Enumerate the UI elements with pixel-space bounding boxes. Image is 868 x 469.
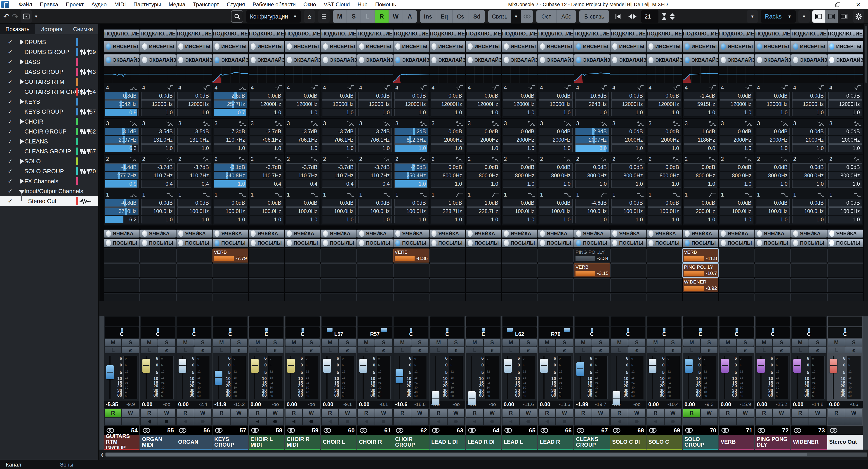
solo-button[interactable]: S: [447, 339, 464, 346]
pan-control[interactable]: C: [466, 327, 500, 338]
write-automation-button[interactable]: W: [809, 409, 826, 417]
menu-item[interactable]: Транспорт: [189, 0, 223, 9]
pan-control[interactable]: C: [285, 327, 320, 338]
pan-control[interactable]: L62: [502, 327, 537, 338]
send-slot-3[interactable]: [719, 278, 754, 292]
record-arm-button[interactable]: [701, 418, 717, 425]
sends-header[interactable]: ПОСЫЛЫ: [213, 239, 248, 247]
eq-freq-cell[interactable]: 2097Hz: [575, 136, 609, 144]
eq-q-cell[interactable]: 1.0: [756, 180, 789, 188]
channel-name[interactable]: LEAD R DI: [466, 435, 501, 449]
send-slot-3[interactable]: [827, 278, 863, 292]
read-automation-button[interactable]: R: [430, 409, 447, 417]
solo-button[interactable]: S: [592, 339, 609, 346]
eq-header[interactable]: ЭКВАЛАЙЗЕР: [610, 54, 646, 66]
write-automation-button[interactable]: W: [701, 409, 717, 417]
eq-freq-cell[interactable]: 12000Hz: [720, 100, 753, 108]
solo-button[interactable]: S: [411, 339, 428, 346]
eq-freq-cell[interactable]: 800.0Hz: [575, 172, 609, 179]
send-slot-4[interactable]: [393, 293, 429, 301]
eq-gain-cell[interactable]: 0.0dB: [503, 163, 536, 171]
eq-curve-display[interactable]: [827, 66, 863, 83]
send-slot-3[interactable]: [574, 278, 610, 292]
eq-band-type-icon[interactable]: [673, 85, 680, 91]
fader-knob[interactable]: [215, 371, 222, 385]
eq-band-type-icon[interactable]: [709, 121, 716, 126]
sidebar-item-choir-group[interactable]: ✓CHOIR GROUP62: [0, 127, 98, 136]
routing-display[interactable]: [141, 316, 175, 327]
cell-led-icon[interactable]: [685, 230, 690, 237]
inserts-header[interactable]: ИНСЕРТЫ: [357, 41, 393, 53]
listen-button[interactable]: L: [756, 346, 772, 353]
send-slot-3[interactable]: [357, 278, 393, 292]
eq-gain-cell[interactable]: -3.5dB: [141, 128, 175, 135]
eq-band-type-icon[interactable]: [275, 156, 282, 162]
mute-button[interactable]: M: [285, 339, 302, 346]
eq-freq-cell[interactable]: 800.0Hz: [467, 172, 500, 179]
read-automation-button[interactable]: R: [756, 409, 772, 417]
inserts-led-icon[interactable]: [215, 43, 219, 50]
mute-button[interactable]: M: [502, 339, 519, 346]
eq-gain-cell[interactable]: 0.0dB: [178, 199, 211, 207]
mute-button[interactable]: M: [430, 339, 447, 346]
eq-q-cell[interactable]: 1.0: [395, 109, 428, 116]
routing-header[interactable]: ПОДКЛЮ...ИЕ: [249, 29, 284, 38]
eq-q-cell[interactable]: 1.0: [684, 180, 717, 188]
check-icon[interactable]: ✓: [8, 48, 13, 56]
cell-header[interactable]: ЯЧЕЙКА: [719, 230, 754, 238]
eq-q-cell[interactable]: 0.4: [286, 180, 319, 188]
sends-header[interactable]: ПОСЫЛЫ: [610, 239, 646, 247]
eq-gain-cell[interactable]: 0.0dB: [467, 163, 500, 171]
absolute-button[interactable]: Абс: [557, 10, 576, 23]
routing-display[interactable]: [249, 316, 283, 327]
eq-q-cell[interactable]: 1.0: [178, 144, 211, 152]
send-slot-2[interactable]: [213, 263, 248, 277]
cell-header[interactable]: ЯЧЕЙКА: [647, 230, 682, 238]
eq-band-type-icon[interactable]: [275, 85, 282, 91]
send-slot-3[interactable]: [502, 278, 537, 292]
eq-band-type-icon[interactable]: [673, 121, 680, 126]
check-icon[interactable]: ✓: [8, 168, 13, 175]
hourglass-icon[interactable]: [662, 13, 666, 20]
eq-band-type-icon[interactable]: [781, 121, 789, 126]
eq-q-cell[interactable]: 1.0: [829, 144, 862, 152]
read-automation-button[interactable]: R: [575, 409, 592, 417]
eq-q-cell[interactable]: 1.0: [756, 216, 789, 224]
sends-header[interactable]: ПОСЫЛЫ: [827, 239, 863, 247]
eq-gain-cell[interactable]: 0.0dB: [358, 199, 392, 207]
eq-gain-cell[interactable]: 0.0dB: [431, 128, 464, 135]
eq-q-cell[interactable]: 1.0: [503, 144, 536, 152]
send-level-slider[interactable]: [576, 256, 595, 261]
eq-gain-cell[interactable]: 1.6dB: [684, 128, 717, 135]
mute-button[interactable]: M: [683, 339, 700, 346]
eq-band-type-icon[interactable]: [673, 192, 680, 198]
send-slot-3[interactable]: [140, 278, 176, 292]
pan-control[interactable]: C: [647, 327, 681, 338]
eq-freq-cell[interactable]: 800.0Hz: [684, 172, 717, 179]
eq-q-cell[interactable]: 1.0: [141, 216, 175, 224]
channel-visibility-icon[interactable]: ⌂: [304, 10, 315, 23]
sends-header[interactable]: ПОСЫЛЫ: [538, 239, 574, 247]
routing-display[interactable]: [394, 316, 428, 327]
send-slot-3[interactable]: [393, 278, 429, 292]
eq-gain-cell[interactable]: 0.0dB: [431, 163, 464, 171]
mute-button[interactable]: M: [828, 339, 845, 346]
peak-value[interactable]: -oo: [628, 401, 646, 408]
eq-q-cell[interactable]: 1.0: [214, 216, 247, 224]
menu-item[interactable]: Проект: [62, 0, 88, 9]
eq-band-type-icon[interactable]: [636, 156, 644, 162]
eq-q-cell[interactable]: 1.0: [720, 216, 753, 224]
mute-button[interactable]: M: [322, 339, 338, 346]
eq-gain-cell[interactable]: -2.0dB: [395, 163, 428, 171]
sends-led-icon[interactable]: [612, 240, 617, 246]
mute-button[interactable]: M: [792, 339, 809, 346]
routing-display[interactable]: [828, 316, 862, 327]
read-automation-button[interactable]: R: [105, 409, 121, 417]
eq-q-cell[interactable]: 1.0: [358, 109, 392, 116]
eq-freq-cell[interactable]: 110.7Hz: [141, 172, 175, 179]
fader-knob[interactable]: [685, 359, 692, 373]
routing-display[interactable]: [105, 316, 139, 327]
sends-header[interactable]: ПОСЫЛЫ: [574, 239, 610, 247]
send-slot-1[interactable]: [357, 248, 393, 263]
eq-led-icon[interactable]: [793, 57, 798, 63]
